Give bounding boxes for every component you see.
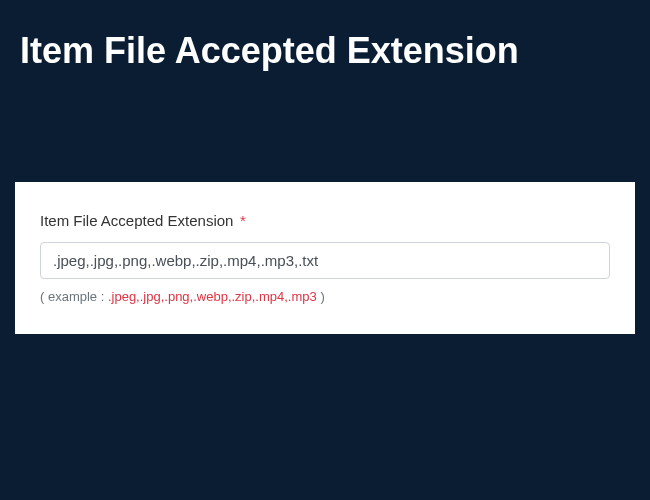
helper-prefix: ( example : (40, 289, 108, 304)
extension-field-group: Item File Accepted Extension * ( example… (40, 212, 610, 304)
extension-field-label: Item File Accepted Extension * (40, 212, 246, 229)
page-title: Item File Accepted Extension (0, 0, 650, 82)
extension-label-text: Item File Accepted Extension (40, 212, 233, 229)
form-card: Item File Accepted Extension * ( example… (15, 182, 635, 334)
extension-helper-text: ( example : .jpeg,.jpg,.png,.webp,.zip,.… (40, 289, 610, 304)
required-asterisk: * (240, 212, 246, 229)
extension-input[interactable] (40, 242, 610, 279)
helper-suffix: ) (317, 289, 325, 304)
helper-example: .jpeg,.jpg,.png,.webp,.zip,.mp4,.mp3 (108, 289, 317, 304)
